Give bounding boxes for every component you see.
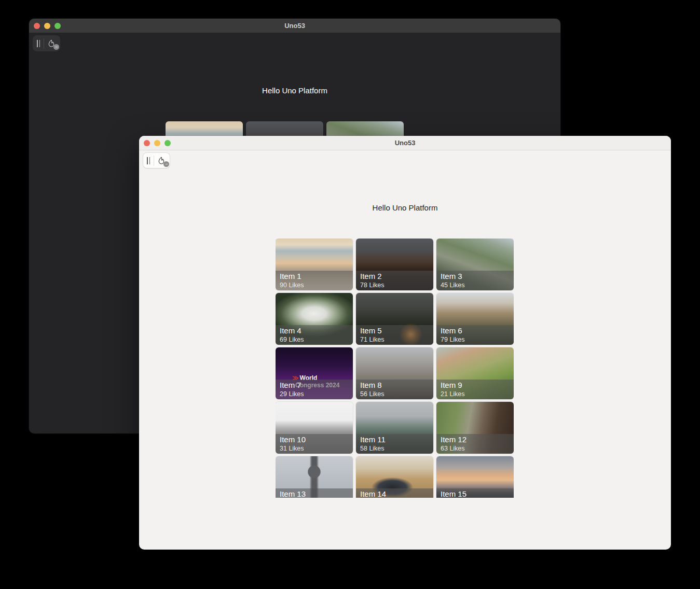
card-title: Item 9 [441,380,510,390]
card-title: Item 15 [441,489,510,498]
list-item[interactable]: Item 14 [356,456,433,498]
drag-grip-icon[interactable] [36,36,42,51]
card-likes: 79 Likes [441,335,510,344]
card-likes: 71 Likes [360,335,429,344]
card-title: Item 11 [360,434,429,444]
list-item[interactable]: Item 3 45 Likes [436,239,514,290]
list-item[interactable]: Item 11 58 Likes [356,402,433,454]
card-overlay: Item 1 90 Likes [276,271,353,290]
card-title: Item 14 [360,489,429,498]
list-item[interactable]: Item 12 63 Likes [436,402,514,454]
dev-toolbar-pill: ··· [143,153,170,168]
list-item[interactable]: Item 8 56 Likes [356,347,433,399]
card-title: Item 10 [280,434,349,444]
list-item[interactable]: Item 15 [436,456,514,498]
items-grid[interactable]: Item 1 90 Likes Item 2 78 Likes Item 3 4… [276,239,514,498]
card-likes: 58 Likes [360,444,429,453]
list-item[interactable]: Item 1 90 Likes [276,239,353,290]
card-overlay: Item 8 56 Likes [356,380,433,399]
list-item[interactable]: Item 10 31 Likes [276,402,353,454]
card-overlay: Item 2 78 Likes [356,271,433,290]
card-likes: 69 Likes [280,335,349,344]
card-likes: 21 Likes [441,390,510,398]
card-title: Item 5 [360,326,429,335]
card-overlay: Item 3 45 Likes [436,271,514,290]
card-overlay: Item 12 63 Likes [436,434,514,454]
card-overlay: Item 13 [276,488,353,498]
card-likes: 56 Likes [360,390,429,398]
front-window: Uno53 ··· Hello Uno Platform Item 1 90 L… [139,136,671,550]
card-likes: 63 Likes [441,444,510,453]
list-item[interactable]: Item 4 69 Likes [276,293,353,345]
toolbar-divider [44,38,44,49]
hot-reload-status-badge: ··· [53,44,59,50]
card-overlay: Item 6 79 Likes [436,325,514,345]
card-title: Item 3 [441,271,510,281]
list-item[interactable]: Item 2 78 Likes [356,239,433,290]
list-item[interactable]: ≫World Congress 2024 Item 7 29 Likes [276,347,353,399]
card-overlay: Item 15 [436,488,514,498]
dev-toolbar-pill: ··· [33,36,60,51]
window-title: Uno53 [139,136,671,150]
card-likes: 45 Likes [441,281,510,289]
list-item[interactable]: Item 9 21 Likes [436,347,514,399]
card-title: Item 6 [441,326,510,335]
card-likes: 29 Likes [280,390,349,398]
card-overlay: Item 10 31 Likes [276,434,353,454]
window-title: Uno53 [29,19,560,33]
card-title: Item 13 [280,489,349,498]
list-item[interactable]: Item 13 [276,456,353,498]
card-likes: 78 Likes [360,281,429,289]
hot-reload-button[interactable]: ··· [46,38,57,49]
front-titlebar[interactable]: Uno53 [139,136,671,150]
page-title: Hello Uno Platform [139,203,671,213]
card-overlay: Item 4 69 Likes [276,325,353,345]
card-overlay: Item 5 71 Likes [356,325,433,345]
card-title: Item 8 [360,380,429,390]
card-likes: 90 Likes [280,281,349,289]
card-overlay: Item 9 21 Likes [436,380,514,399]
card-overlay: Item 7 29 Likes [276,380,353,399]
card-title: Item 1 [280,271,349,281]
list-item[interactable]: Item 5 71 Likes [356,293,433,345]
list-item[interactable]: Item 6 79 Likes [436,293,514,345]
card-overlay: Item 14 [356,488,433,498]
card-title: Item 2 [360,271,429,281]
card-overlay: Item 11 58 Likes [356,434,433,454]
drag-grip-icon[interactable] [146,153,152,168]
card-title: Item 7 [280,380,349,390]
back-titlebar[interactable]: Uno53 [29,19,560,33]
hot-reload-button[interactable]: ··· [156,155,167,166]
card-likes: 31 Likes [280,444,349,453]
card-title: Item 12 [441,434,510,444]
card-title: Item 4 [280,326,349,335]
hot-reload-status-badge: ··· [163,161,169,167]
toolbar-divider [154,156,154,166]
page-title: Hello Uno Platform [29,86,560,96]
